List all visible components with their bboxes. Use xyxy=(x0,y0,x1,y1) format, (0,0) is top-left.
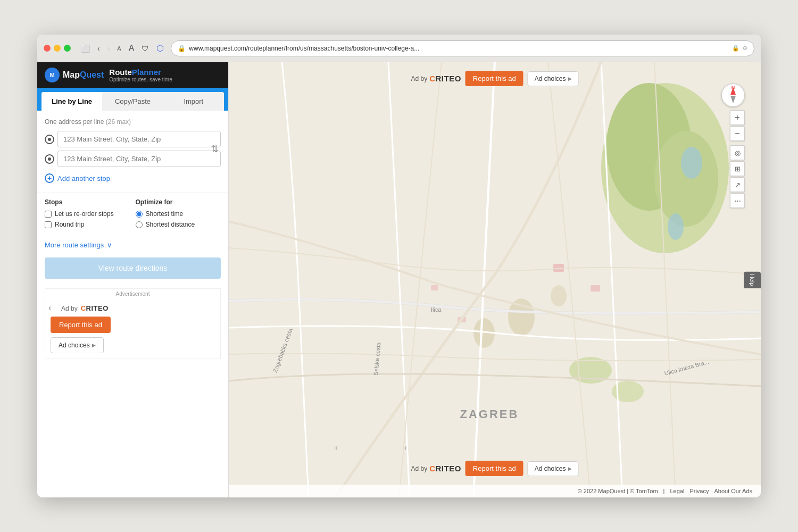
map-ad-bottom: Ad by CRITEO Report this ad Ad choices ▶ xyxy=(411,461,578,476)
mapquest-logo: M MapQuest xyxy=(45,68,104,82)
sidebar: M MapQuest RoutePlanner Optimize routes,… xyxy=(37,62,229,497)
svg-text:‹: ‹ xyxy=(335,443,338,452)
tab-copy-paste[interactable]: Copy/Paste xyxy=(102,92,163,111)
map-area: ‹ xyxy=(229,62,761,497)
tab-import[interactable]: Import xyxy=(163,92,224,111)
optimize-col: Optimize for Shortest time Shortest dist… xyxy=(136,198,221,231)
svg-text:ZAGREB: ZAGREB xyxy=(460,408,519,421)
footer-privacy-link[interactable]: Privacy xyxy=(689,488,709,494)
help-tab[interactable]: Help xyxy=(744,272,761,288)
zoom-in-button[interactable]: + xyxy=(730,110,745,125)
locate-button[interactable]: ◎ xyxy=(730,145,745,160)
browser-controls: ⬜ ‹ › A A 🛡 ⬡ xyxy=(79,41,165,55)
advertisement-label: Advertisement xyxy=(45,289,220,299)
main-content: M MapQuest RoutePlanner Optimize routes,… xyxy=(37,62,761,497)
route-planner-title: RoutePlanner xyxy=(109,68,172,77)
route-planner-text: RoutePlanner Optimize routes, save time xyxy=(109,68,172,82)
route-options: Stops Let us re-order stops Round trip O… xyxy=(37,193,228,237)
sidebar-toggle-icon[interactable]: ⬜ xyxy=(79,43,92,54)
sidebar-criteo-logo: CRITEO xyxy=(81,304,109,312)
add-stop-plus-icon: + xyxy=(45,173,54,183)
compass[interactable]: N xyxy=(721,84,745,107)
map-bottom-ad-choices-icon: ▶ xyxy=(568,466,572,471)
form-area: One address per line (26 max) xyxy=(37,111,228,193)
sidebar-report-ad-button[interactable]: Report this ad xyxy=(51,317,111,333)
sidebar-advertisement: Advertisement ‹ Ad by CRITEO Report this… xyxy=(45,288,221,359)
route-planner-subtitle: Optimize routes, save time xyxy=(109,77,172,82)
layers-button[interactable]: ⊞ xyxy=(730,161,745,176)
url-lock-icon: 🔒 xyxy=(732,45,739,52)
destination-input[interactable] xyxy=(57,151,221,167)
secure-icon: 🔒 xyxy=(178,45,186,52)
reorder-stops-checkbox[interactable] xyxy=(45,211,52,218)
minimize-button[interactable] xyxy=(54,45,61,52)
view-directions-button[interactable]: View route directions xyxy=(45,257,221,279)
round-trip-option[interactable]: Round trip xyxy=(45,221,130,228)
map-top-ad-choices-icon: ▶ xyxy=(568,76,572,81)
compass-south-arrow xyxy=(730,96,736,103)
more-options-button[interactable]: ⋯ xyxy=(730,193,745,208)
fullscreen-button[interactable] xyxy=(64,45,71,52)
sidebar-ad-choices-icon: ▶ xyxy=(92,343,96,348)
shortest-distance-option[interactable]: Shortest distance xyxy=(136,221,221,228)
compass-n-label: N xyxy=(732,85,735,90)
address-inputs: ⇅ xyxy=(45,131,221,167)
round-trip-checkbox[interactable] xyxy=(45,221,52,228)
address-row-2 xyxy=(45,151,221,167)
sidebar-ad-choices-button[interactable]: Ad choices ▶ xyxy=(51,337,104,353)
origin-input[interactable] xyxy=(57,131,221,147)
sidebar-header: M MapQuest RoutePlanner Optimize routes,… xyxy=(37,62,228,88)
ad-back-button[interactable]: ‹ xyxy=(48,303,51,313)
svg-rect-14 xyxy=(591,285,600,292)
map-top-report-ad-button[interactable]: Report this ad xyxy=(466,71,523,86)
input-method-tabs: Line by Line Copy/Paste Import xyxy=(37,88,228,111)
map-top-ad-choices-button[interactable]: Ad choices ▶ xyxy=(528,71,579,86)
shortest-time-option[interactable]: Shortest time xyxy=(136,210,221,218)
map-bottom-ad-choices-button[interactable]: Ad choices ▶ xyxy=(528,461,579,476)
back-button[interactable]: ‹ xyxy=(96,43,102,54)
ad-back-icon: ‹ xyxy=(48,303,51,312)
address-hint: One address per line (26 max) xyxy=(45,118,221,126)
add-stop-button[interactable]: + Add another stop xyxy=(45,171,110,185)
svg-point-5 xyxy=(654,131,718,227)
tabs-row: Line by Line Copy/Paste Import xyxy=(40,91,225,111)
shortest-distance-radio[interactable] xyxy=(136,221,143,228)
close-button[interactable] xyxy=(44,45,51,52)
sidebar-ad-by-row: Ad by CRITEO xyxy=(61,304,109,312)
svg-text:Ilica: Ilica xyxy=(431,306,442,313)
zoom-out-button[interactable]: − xyxy=(730,126,745,141)
more-route-settings-button[interactable]: More route settings ∨ xyxy=(37,237,228,253)
swap-button[interactable]: ⇅ xyxy=(209,141,221,157)
origin-dot-icon xyxy=(45,135,54,144)
text-large-icon[interactable]: A xyxy=(127,42,136,55)
destination-dot-icon xyxy=(45,154,54,164)
route-options-row: Stops Let us re-order stops Round trip O… xyxy=(45,198,221,231)
reorder-stops-option[interactable]: Let us re-order stops xyxy=(45,210,130,218)
address-row-1 xyxy=(45,131,221,147)
svg-text:‹: ‹ xyxy=(404,443,407,452)
browser-window: ⬜ ‹ › A A 🛡 ⬡ 🔒 www.mapquest.com/routepl… xyxy=(37,35,761,497)
sidebar-ad-content: ‹ Ad by CRITEO Report this ad Ad choices… xyxy=(45,299,220,359)
tab-line-by-line[interactable]: Line by Line xyxy=(41,92,102,111)
extension-icon[interactable]: ⬡ xyxy=(155,41,165,55)
shield-icon[interactable]: 🛡 xyxy=(140,43,151,54)
svg-point-7 xyxy=(668,213,684,240)
url-bar[interactable]: 🔒 www.mapquest.com/routeplanner/from/us/… xyxy=(171,40,754,56)
svg-text:M: M xyxy=(49,72,54,78)
map-background[interactable]: Zagrebačka cesta Selska cesta Ilica Ulic… xyxy=(229,62,761,497)
stops-col: Stops Let us re-order stops Round trip xyxy=(45,198,130,231)
footer-legal-link[interactable]: Legal xyxy=(670,488,684,494)
destination-dot-inner xyxy=(48,157,51,161)
map-top-ad-by: Ad by CRITEO xyxy=(411,74,461,83)
traffic-lights xyxy=(44,45,71,52)
svg-rect-16 xyxy=(431,285,438,290)
map-bottom-report-ad-button[interactable]: Report this ad xyxy=(466,461,523,476)
url-text: www.mapquest.com/routeplanner/from/us/ma… xyxy=(189,45,729,52)
map-bottom-ad-by: Ad by CRITEO xyxy=(411,464,461,473)
text-small-icon[interactable]: A xyxy=(115,44,122,53)
shortest-time-radio[interactable] xyxy=(136,211,143,218)
origin-dot-inner xyxy=(48,138,51,141)
url-share-icon: ⊕ xyxy=(743,45,747,52)
footer-about-link[interactable]: About Our Ads xyxy=(714,488,752,494)
share-button[interactable]: ↗ xyxy=(730,177,745,192)
